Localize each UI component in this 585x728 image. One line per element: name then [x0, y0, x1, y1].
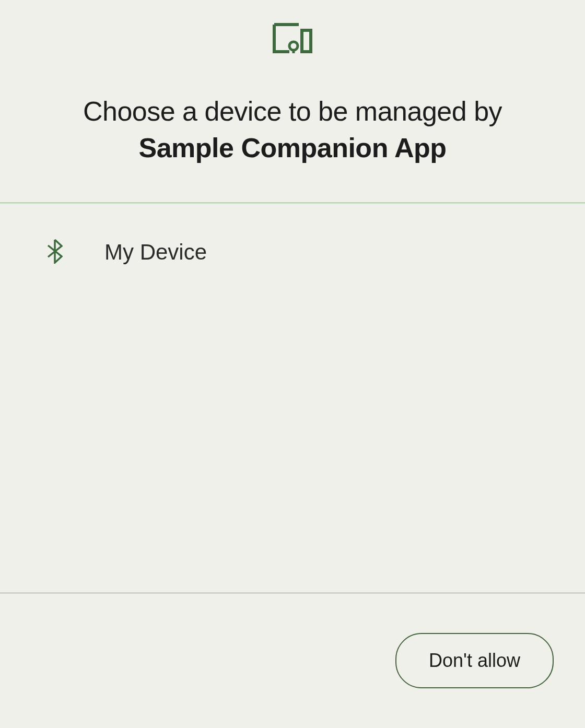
app-name: Sample Companion App [139, 133, 447, 163]
title-prefix: Choose a device to be managed by [83, 96, 502, 126]
device-label: My Device [104, 240, 207, 265]
device-item[interactable]: My Device [0, 224, 585, 280]
device-list: My Device [0, 203, 585, 593]
svg-point-1 [289, 42, 298, 50]
page-title: Choose a device to be managed by Sample … [0, 93, 585, 166]
svg-rect-0 [302, 30, 311, 52]
dont-allow-button[interactable]: Don't allow [395, 633, 554, 688]
header-section: Choose a device to be managed by Sample … [0, 0, 585, 203]
devices-icon [273, 23, 312, 55]
bluetooth-icon [47, 239, 63, 266]
footer-section: Don't allow [0, 593, 585, 728]
